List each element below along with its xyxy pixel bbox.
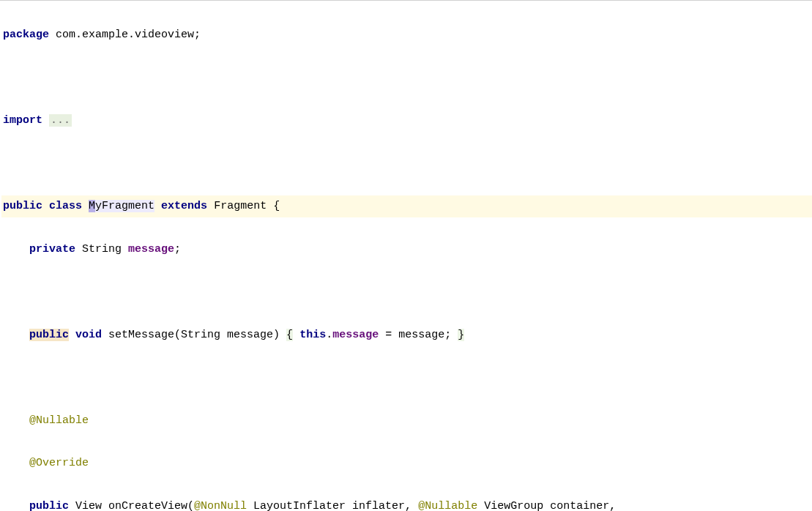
cursor: M <box>89 200 95 212</box>
code-line-empty[interactable] <box>1 67 812 89</box>
code-line[interactable]: @Override <box>1 452 812 474</box>
keyword-public: public <box>29 500 69 511</box>
code-line-empty[interactable] <box>1 153 812 174</box>
fold-indicator[interactable]: ... <box>49 114 72 127</box>
keyword-this: this <box>299 329 326 341</box>
class-name-highlighted: MyFragment <box>89 200 154 212</box>
annotation-override: @Override <box>29 457 89 469</box>
keyword-void: void <box>75 329 102 341</box>
keyword-public: public <box>29 329 69 341</box>
code-line[interactable]: public void setMessage(String message) {… <box>1 324 812 346</box>
keyword-extends: extends <box>161 200 207 212</box>
code-line-empty[interactable] <box>1 281 812 302</box>
annotation-nonnull: @NonNull <box>194 500 247 511</box>
field-message: message <box>332 329 379 341</box>
keyword-public: public <box>3 200 42 212</box>
code-line[interactable]: private String message; <box>1 239 812 260</box>
brace-match: { <box>286 329 293 341</box>
code-line[interactable]: public View onCreateView(@NonNull Layout… <box>1 496 812 511</box>
code-editor[interactable]: package com.example.videoview; import ..… <box>0 1 812 511</box>
code-line[interactable]: @Nullable <box>1 410 812 431</box>
annotation-nullable: @Nullable <box>418 500 477 511</box>
code-line-empty[interactable] <box>1 367 812 388</box>
annotation-nullable: @Nullable <box>29 414 89 427</box>
code-line[interactable]: package com.example.videoview; <box>1 24 812 45</box>
field-message: message <box>128 243 174 256</box>
keyword-import: import <box>3 114 42 127</box>
brace-match: } <box>458 329 464 341</box>
keyword-class: class <box>49 200 82 212</box>
keyword-private: private <box>29 243 75 256</box>
code-line-current[interactable]: public class MyFragment extends Fragment… <box>1 195 812 217</box>
parent-class: Fragment { <box>207 200 280 212</box>
keyword-package: package <box>3 29 49 41</box>
package-path: com.example.videoview; <box>49 29 201 41</box>
code-line[interactable]: import ... <box>1 110 812 131</box>
